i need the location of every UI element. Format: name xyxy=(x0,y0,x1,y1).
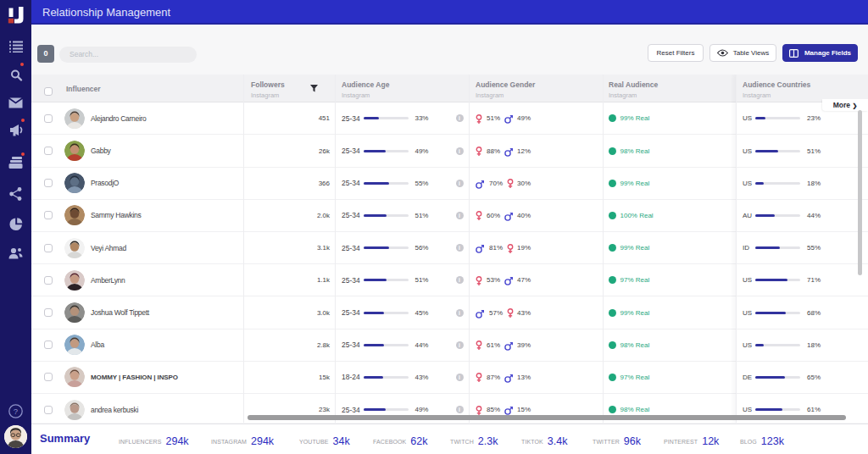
svg-text:?: ? xyxy=(14,407,18,416)
